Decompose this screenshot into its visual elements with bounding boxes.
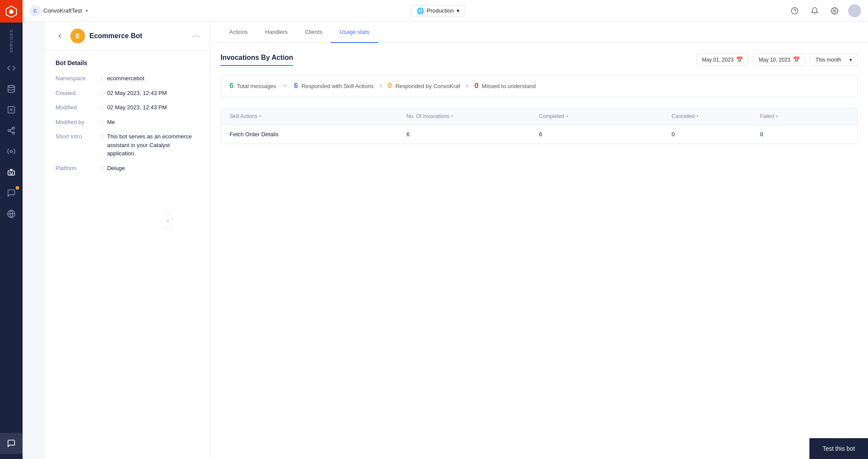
sidebar-chat-icon[interactable] bbox=[0, 433, 23, 454]
detail-label-modified-by: Modified by bbox=[56, 118, 101, 127]
sidebar-item-integrations[interactable] bbox=[0, 120, 23, 141]
detail-row-created: Created : 02 May 2023, 12:43 PM bbox=[56, 89, 199, 98]
detail-row-modified: Modified : 02 May 2023, 12:43 PM bbox=[56, 103, 199, 112]
tab-usage-stats[interactable]: Usage stats bbox=[331, 22, 378, 43]
sort-icon-invocations: ▾ bbox=[451, 114, 453, 118]
date-range-label: This month bbox=[815, 57, 841, 63]
test-bot-button[interactable]: Test this bot bbox=[809, 438, 868, 459]
responded-skill-label: Responded with Skill Actions bbox=[301, 83, 373, 89]
date-from-picker[interactable]: May 01, 2023 📅 bbox=[697, 53, 749, 66]
svg-point-6 bbox=[13, 132, 15, 134]
cell-cancelled: 0 bbox=[672, 131, 760, 138]
table-row: Fetch Order Details 6 6 0 0 bbox=[221, 125, 857, 144]
stat-equals-icon: = bbox=[283, 82, 287, 90]
responded-skill-count: 6 bbox=[294, 82, 298, 90]
svg-point-11 bbox=[10, 173, 11, 174]
tab-actions[interactable]: Actions bbox=[220, 22, 256, 43]
env-badge[interactable]: 🌐 Production ▾ bbox=[411, 5, 465, 16]
missed-count: 0 bbox=[474, 82, 478, 90]
left-panel: E Ecommerce Bot ··· Bot Details Namespac… bbox=[45, 22, 210, 459]
detail-value-namespace: ecommercebot bbox=[107, 74, 145, 83]
date-controls: May 01, 2023 📅 May 10, 2023 📅 This month… bbox=[697, 53, 858, 66]
detail-label-short-intro: Short Intro bbox=[56, 132, 101, 158]
sidebar-item-web[interactable] bbox=[0, 203, 23, 224]
sort-icon-failed: ▾ bbox=[776, 114, 778, 118]
user-avatar[interactable] bbox=[848, 4, 861, 17]
col-completed[interactable]: Completed ▾ bbox=[539, 113, 672, 119]
table-header: Skill Actions ▾ No. Of Invocations ▾ Com… bbox=[221, 108, 857, 125]
date-to-picker[interactable]: May 10, 2023 📅 bbox=[753, 53, 806, 66]
date-to-value: May 10, 2023 bbox=[759, 57, 790, 63]
tab-handlers[interactable]: Handlers bbox=[256, 22, 296, 43]
date-range-dropdown[interactable]: This month ▾ bbox=[810, 54, 858, 66]
globe-icon: 🌐 bbox=[417, 7, 424, 14]
app-logo bbox=[0, 0, 23, 23]
svg-point-9 bbox=[10, 151, 13, 153]
detail-label-platform: Platform bbox=[56, 164, 101, 173]
dropdown-chevron-icon: ▾ bbox=[849, 57, 852, 63]
sidebar-item-functions[interactable] bbox=[0, 99, 23, 120]
settings-button[interactable] bbox=[828, 4, 841, 17]
sort-icon-completed: ▾ bbox=[566, 114, 568, 118]
sort-icon-cancelled: ▾ bbox=[697, 114, 699, 118]
col-skill-actions[interactable]: Skill Actions ▾ bbox=[230, 113, 406, 119]
sidebar-item-messaging[interactable] bbox=[0, 183, 23, 203]
sidebar-item-database[interactable] bbox=[0, 79, 23, 99]
col-invocations[interactable]: No. Of Invocations ▾ bbox=[406, 113, 539, 119]
org-selector[interactable]: C ConvoKraftTest ▾ bbox=[30, 5, 88, 16]
invocations-title: Invocations By Action bbox=[220, 54, 293, 66]
detail-value-modified-by: Me bbox=[107, 118, 115, 127]
svg-line-7 bbox=[10, 131, 13, 133]
org-name: ConvoKraftTest bbox=[43, 7, 82, 14]
cell-skill-action: Fetch Order Details bbox=[230, 131, 406, 138]
svg-point-5 bbox=[8, 130, 10, 132]
sidebar-item-zia[interactable] bbox=[0, 141, 23, 162]
responded-convokraf-label: Responded by ConvoKraf bbox=[395, 83, 460, 89]
detail-row-namespace: Namespace : ecommercebot bbox=[56, 74, 199, 83]
detail-row-short-intro: Short Intro : This bot serves as an ecom… bbox=[56, 132, 199, 158]
env-chevron-icon: ▾ bbox=[457, 7, 460, 14]
bell-button[interactable] bbox=[808, 4, 821, 17]
header-actions bbox=[788, 4, 861, 17]
more-options-button[interactable]: ··· bbox=[192, 32, 201, 41]
collapse-panel-button[interactable] bbox=[164, 212, 172, 230]
back-button[interactable] bbox=[54, 30, 66, 42]
bot-avatar: E bbox=[70, 29, 85, 43]
top-header: C ConvoKraftTest ▾ 🌐 Production ▾ bbox=[23, 0, 868, 22]
detail-label-modified: Modified bbox=[56, 103, 101, 112]
bot-header: E Ecommerce Bot ··· bbox=[45, 22, 210, 51]
responded-convokraf-count: 0 bbox=[388, 82, 392, 90]
calendar-icon-to: 📅 bbox=[793, 56, 800, 63]
svg-point-12 bbox=[12, 173, 13, 174]
tabs-bar: Actions Handlers Clients Usage stats bbox=[210, 22, 868, 43]
env-label: Production bbox=[427, 7, 454, 14]
detail-label-created: Created bbox=[56, 89, 101, 98]
detail-value-short-intro: This bot serves as an ecommerce assistan… bbox=[107, 132, 199, 158]
stat-total-messages: 6 Total messages bbox=[230, 82, 276, 90]
sidebar-item-bots[interactable] bbox=[0, 162, 23, 183]
col-cancelled[interactable]: Cancelled ▾ bbox=[672, 113, 760, 119]
help-button[interactable] bbox=[788, 4, 801, 17]
sidebar-item-code[interactable] bbox=[0, 58, 23, 79]
svg-point-1 bbox=[9, 10, 13, 14]
invocations-header: Invocations By Action May 01, 2023 📅 May… bbox=[220, 53, 858, 66]
missed-label: Missed to understand bbox=[482, 83, 536, 89]
stat-responded-convokraf: 0 Responded by ConvoKraf bbox=[388, 82, 460, 90]
total-messages-label: Total messages bbox=[237, 83, 276, 89]
right-panel: Actions Handlers Clients Usage stats Inv… bbox=[210, 22, 868, 459]
usage-stats-content: Invocations By Action May 01, 2023 📅 May… bbox=[210, 43, 868, 459]
main-wrapper: E Ecommerce Bot ··· Bot Details Namespac… bbox=[45, 22, 868, 459]
calendar-icon-from: 📅 bbox=[736, 56, 743, 63]
services-label: Services bbox=[9, 24, 13, 58]
detail-value-created: 02 May 2023, 12:43 PM bbox=[107, 89, 167, 98]
bot-title: Ecommerce Bot bbox=[89, 32, 142, 40]
org-avatar: C bbox=[30, 5, 41, 16]
col-failed[interactable]: Failed ▾ bbox=[760, 113, 848, 119]
tab-clients[interactable]: Clients bbox=[296, 22, 331, 43]
detail-value-modified: 02 May 2023, 12:43 PM bbox=[107, 103, 167, 112]
stat-missed: 0 Missed to understand bbox=[474, 82, 536, 90]
svg-point-2 bbox=[8, 85, 15, 88]
env-selector[interactable]: 🌐 Production ▾ bbox=[88, 5, 788, 16]
svg-line-8 bbox=[10, 129, 13, 130]
invocations-table: Skill Actions ▾ No. Of Invocations ▾ Com… bbox=[220, 108, 858, 144]
